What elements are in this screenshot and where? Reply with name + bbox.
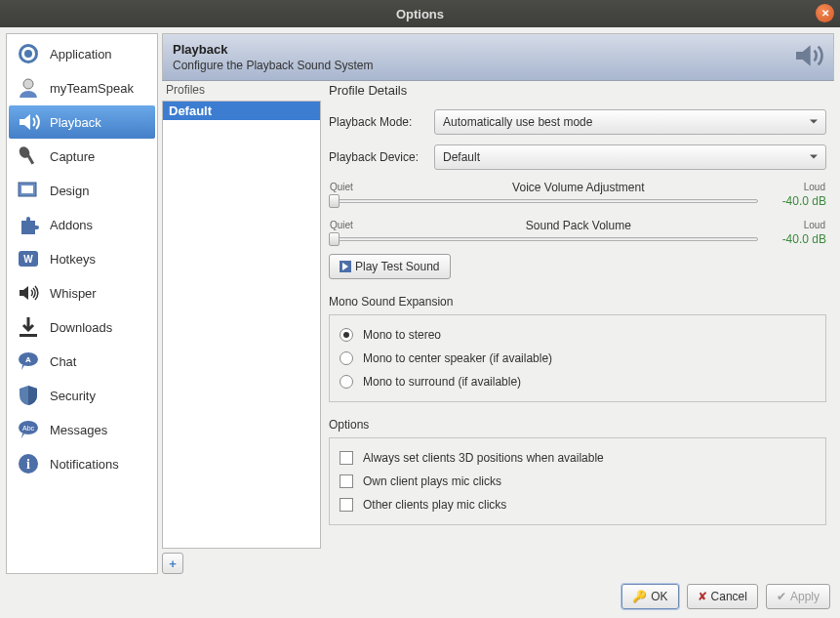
sidebar-item-chat[interactable]: A Chat — [9, 345, 155, 378]
chat-icon: A — [15, 350, 42, 373]
sidebar-item-label: Application — [50, 47, 112, 62]
sidebar-item-messages[interactable]: Abc Messages — [9, 413, 155, 446]
cancel-label: Cancel — [711, 590, 747, 603]
svg-text:W: W — [23, 254, 33, 265]
apply-label: Apply — [790, 590, 820, 603]
radio-icon[interactable] — [340, 351, 353, 365]
sidebar-item-label: Chat — [50, 354, 76, 369]
sidebar-item-label: Notifications — [50, 457, 119, 472]
checkbox-icon[interactable] — [340, 451, 353, 465]
window-close-button[interactable]: ✕ — [816, 4, 834, 22]
checkbox-icon[interactable] — [340, 498, 353, 512]
voice-volume-title: Voice Volume Adjustment — [353, 181, 804, 194]
cancel-icon: ✘ — [698, 590, 707, 603]
profiles-column: Profiles Default + — [162, 81, 321, 574]
dialog-footer: 🔑 OK ✘ Cancel ✔ Apply — [0, 580, 840, 617]
profiles-list[interactable]: Default — [162, 101, 321, 549]
playback-header-icon — [792, 40, 823, 74]
radio-label: Mono to center speaker (if available) — [363, 351, 552, 365]
mono-group-title: Mono Sound Expansion — [329, 295, 826, 309]
sidebar-item-capture[interactable]: Capture — [9, 140, 155, 173]
sidebar-item-label: myTeamSpeak — [50, 81, 134, 96]
radio-label: Mono to surround (if available) — [363, 375, 521, 389]
sidebar-item-application[interactable]: Application — [9, 37, 155, 70]
radio-label: Mono to stereo — [363, 328, 441, 342]
cancel-button[interactable]: ✘ Cancel — [687, 584, 758, 609]
mic-icon — [15, 144, 42, 168]
window-title: Options — [396, 7, 444, 21]
radio-icon[interactable] — [340, 375, 353, 389]
sidebar-item-label: Security — [50, 389, 96, 403]
profile-item[interactable]: Default — [163, 102, 320, 120]
add-profile-button[interactable]: + — [162, 553, 183, 574]
mono-option-center[interactable]: Mono to center speaker (if available) — [340, 347, 816, 370]
pack-volume-value: -40.0 dB — [770, 232, 826, 246]
content-area: Playback Configure the Playback Sound Sy… — [162, 33, 834, 574]
sidebar-item-whisper[interactable]: Whisper — [9, 276, 155, 309]
sidebar-item-label: Downloads — [50, 320, 112, 335]
sidebar-item-playback[interactable]: Playback — [9, 105, 155, 139]
download-icon — [15, 315, 42, 339]
profile-details-title: Profile Details — [329, 83, 826, 98]
speaker-icon — [15, 110, 42, 134]
sidebar-item-label: Hotkeys — [50, 252, 96, 267]
puzzle-icon — [15, 213, 42, 236]
apply-icon: ✔ — [777, 590, 786, 603]
sidebar-item-notifications[interactable]: i Notifications — [9, 447, 155, 480]
sidebar-item-addons[interactable]: Addons — [9, 208, 155, 241]
sidebar-item-myteamspeak[interactable]: myTeamSpeak — [9, 71, 155, 104]
svg-rect-10 — [20, 334, 37, 337]
svg-rect-7 — [21, 185, 33, 193]
playback-device-select[interactable]: Default — [434, 144, 826, 170]
checkbox-icon[interactable] — [340, 474, 353, 488]
voice-loud-label: Loud — [804, 182, 825, 194]
profile-item-label: Default — [169, 103, 212, 118]
mono-option-stereo[interactable]: Mono to stereo — [340, 323, 816, 347]
svg-text:i: i — [26, 457, 30, 472]
user-icon — [15, 76, 42, 100]
page-header: Playback Configure the Playback Sound Sy… — [162, 33, 834, 81]
play-test-sound-button[interactable]: Play Test Sound — [329, 254, 451, 279]
option-own-mic-clicks[interactable]: Own client plays mic clicks — [340, 470, 816, 493]
sidebar-item-hotkeys[interactable]: W Hotkeys — [9, 242, 155, 275]
info-icon: i — [15, 452, 42, 475]
svg-point-3 — [23, 79, 33, 89]
sidebar-item-design[interactable]: Design — [9, 174, 155, 207]
sidebar-item-security[interactable]: Security — [9, 379, 155, 412]
play-test-sound-label: Play Test Sound — [355, 260, 440, 273]
sidebar-item-label: Playback — [50, 115, 101, 130]
ok-label: OK — [651, 590, 667, 603]
category-sidebar: Application myTeamSpeak Playback Capture… — [6, 33, 158, 574]
apply-button[interactable]: ✔ Apply — [766, 584, 830, 609]
application-icon — [15, 42, 42, 65]
mono-option-surround[interactable]: Mono to surround (if available) — [340, 370, 816, 393]
option-3d-positions[interactable]: Always set clients 3D positions when ava… — [340, 446, 816, 470]
key-icon: W — [15, 247, 42, 270]
option-other-mic-clicks[interactable]: Other clients play mic clicks — [340, 493, 816, 516]
playback-mode-label: Playback Mode: — [329, 115, 426, 129]
playback-mode-select[interactable]: Automatically use best mode — [434, 109, 826, 135]
sidebar-item-label: Addons — [50, 218, 93, 232]
svg-rect-5 — [26, 154, 34, 165]
mono-group: Mono to stereo Mono to center speaker (i… — [329, 314, 826, 402]
page-title: Playback — [173, 42, 373, 57]
titlebar: Options ✕ — [0, 0, 840, 27]
profiles-label: Profiles — [162, 81, 321, 101]
svg-text:Abc: Abc — [22, 425, 35, 432]
sidebar-item-downloads[interactable]: Downloads — [9, 310, 155, 344]
voice-volume-value: -40.0 dB — [770, 194, 826, 208]
checkbox-label: Own client plays mic clicks — [363, 474, 501, 488]
radio-icon[interactable] — [340, 328, 353, 342]
shield-icon — [15, 384, 42, 407]
whisper-icon — [15, 281, 42, 305]
ok-icon: 🔑 — [632, 590, 647, 603]
voice-volume-slider[interactable] — [329, 194, 758, 208]
ok-button[interactable]: 🔑 OK — [621, 584, 678, 609]
pack-quiet-label: Quiet — [330, 220, 353, 232]
pack-volume-title: Sound Pack Volume — [353, 219, 804, 232]
options-group-title: Options — [329, 418, 826, 432]
sidebar-item-label: Design — [50, 184, 89, 198]
design-icon — [15, 179, 42, 202]
pack-volume-slider[interactable] — [329, 232, 758, 246]
svg-point-2 — [24, 50, 32, 58]
